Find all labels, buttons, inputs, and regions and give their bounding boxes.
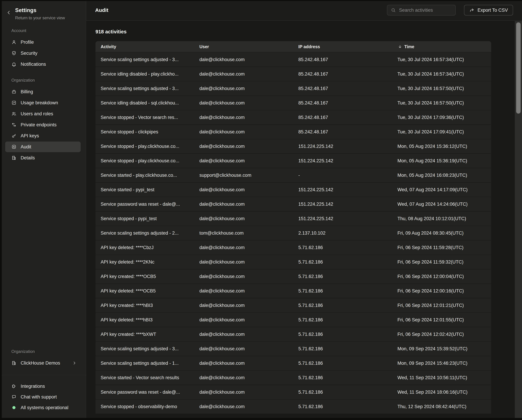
- sidebar-item-private-endpoints[interactable]: Private endpoints: [5, 119, 81, 130]
- cell-activity: API key deleted: ****hBI3: [95, 317, 194, 323]
- arrow-down-icon: [398, 44, 403, 49]
- sidebar-item-label: Audit: [21, 144, 31, 150]
- column-header-ip[interactable]: IP address: [293, 44, 392, 49]
- table-row: API key created: ****hBI3 dale@clickhous…: [95, 298, 491, 312]
- sidebar-subtitle[interactable]: Return to your service view: [15, 16, 65, 20]
- export-csv-button[interactable]: Export To CSV: [464, 5, 513, 16]
- cell-time: Mon, 09 Sep 2024 15:39:52(UTC): [392, 346, 491, 351]
- table-row: API key deleted: ****CbzJ dale@clickhous…: [95, 240, 491, 255]
- sidebar-item-security[interactable]: Security: [5, 48, 81, 59]
- table-header-row: Activity User IP address Time: [95, 41, 491, 52]
- search-input[interactable]: [399, 8, 452, 13]
- cell-activity: Service stopped - play.clickhouse.co...: [95, 144, 194, 149]
- sidebar-item-profile[interactable]: Profile: [5, 37, 81, 47]
- column-header-time[interactable]: Time: [392, 44, 491, 49]
- cell-activity: Service stopped - clickpipes: [95, 129, 194, 135]
- sidebar-item-users-and-roles[interactable]: Users and roles: [5, 109, 81, 119]
- cell-user: dale@clickhouse.com: [194, 216, 293, 221]
- cell-activity: Service stopped - play.clickhouse.co...: [95, 158, 194, 163]
- cell-user: dale@clickhouse.com: [194, 404, 293, 409]
- cell-user: dale@clickhouse.com: [194, 100, 293, 106]
- sidebar-item-clickhouse-demos[interactable]: ClickHouse Demos: [5, 358, 81, 368]
- cell-time: Tue, 30 Jul 2024 16:57:50(UTC): [392, 100, 491, 106]
- search-activities-box[interactable]: [387, 5, 456, 16]
- sidebar-item-usage-breakdown[interactable]: Usage breakdown: [5, 97, 81, 108]
- cell-activity: Service stopped - Vector search res...: [95, 115, 194, 120]
- sidebar-titles: Settings Return to your service view: [15, 7, 65, 20]
- cell-time: Wed, 07 Aug 2024 14:24:06(UTC): [392, 202, 491, 207]
- cell-user: dale@clickhouse.com: [194, 274, 293, 279]
- table-row: Service idling disabled - play.clickho..…: [95, 67, 491, 81]
- cell-activity: Service stopped - observability-demo: [95, 404, 194, 409]
- cell-ip-address: 85.242.48.167: [293, 71, 392, 77]
- sidebar-item-integrations[interactable]: Integrations: [5, 381, 81, 391]
- cell-ip-address: 5.71.62.186: [293, 361, 392, 366]
- back-button[interactable]: [6, 10, 12, 16]
- table-row: Service scaling settings adjusted - 2...…: [95, 226, 491, 240]
- table-row: Service idling disabled - sql.clickhou..…: [95, 95, 491, 110]
- cell-time: Mon, 09 Sep 2024 15:46:23(UTC): [392, 361, 491, 366]
- sidebar-item-chat-with-support[interactable]: Chat with support: [5, 392, 81, 402]
- cell-activity: Service idling disabled - play.clickho..…: [95, 71, 194, 77]
- cell-time: Fri, 06 Sep 2024 11:59:28(UTC): [392, 245, 491, 250]
- sidebar-title: Settings: [15, 7, 65, 13]
- cell-ip-address: 5.71.62.186: [293, 245, 392, 250]
- table-row: Service scaling settings adjusted - 3...…: [95, 341, 491, 356]
- cell-user: dale@clickhouse.com: [194, 144, 293, 149]
- wallet-icon: [11, 89, 16, 94]
- cell-activity: Service started - play.clickhouse.co...: [95, 173, 194, 178]
- table-row: Service password was reset - dale@... da…: [95, 197, 491, 211]
- cell-ip-address: 151.224.225.142: [293, 187, 392, 193]
- column-header-activity[interactable]: Activity: [95, 44, 194, 49]
- cell-time: Fri, 06 Sep 2024 12:01:55(UTC): [392, 317, 491, 323]
- cell-activity: Service password was reset - dale@...: [95, 202, 194, 207]
- export-csv-label: Export To CSV: [477, 8, 508, 13]
- sidebar-item-label: Integrations: [21, 384, 45, 389]
- sidebar-item-label: Usage breakdown: [21, 100, 58, 106]
- column-header-user[interactable]: User: [194, 44, 293, 49]
- sidebar-item-label: Profile: [21, 39, 34, 45]
- cell-ip-address: 5.71.62.186: [293, 332, 392, 337]
- window-edge-bottom: [0, 418, 522, 420]
- scrollbar-thumb[interactable]: [516, 22, 521, 114]
- cell-ip-address: 5.71.62.186: [293, 274, 392, 279]
- table-row: Service stopped - play.clickhouse.co... …: [95, 139, 491, 153]
- sidebar-item-details[interactable]: Details: [5, 153, 81, 163]
- cell-ip-address: 2.137.10.102: [293, 231, 392, 236]
- table-row: Service started - pypi_test dale@clickho…: [95, 182, 491, 197]
- sidebar-item-label: Chat with support: [21, 394, 57, 400]
- sidebar-item-api-keys[interactable]: API keys: [5, 131, 81, 141]
- cell-time: Thu, 12 Sep 2024 08:42:44(UTC): [392, 404, 491, 409]
- cell-user: dale@clickhouse.com: [194, 187, 293, 193]
- cell-time: Fri, 06 Sep 2024 12:02:42(UTC): [392, 332, 491, 337]
- building-icon: [11, 155, 16, 160]
- cell-ip-address: 85.242.48.167: [293, 115, 392, 120]
- cell-activity: Service scaling settings adjusted - 2...: [95, 231, 194, 236]
- cell-user: dale@clickhouse.com: [194, 259, 293, 265]
- cell-time: Wed, 11 Sep 2024 18:06:16(UTC): [392, 389, 491, 395]
- audit-content: 918 activities Activity User IP address …: [86, 21, 522, 420]
- system-status-row[interactable]: All systems operational: [5, 403, 81, 413]
- table-row: API key deleted: ****OCB5 dale@clickhous…: [95, 283, 491, 298]
- cell-user: dale@clickhouse.com: [194, 303, 293, 308]
- org-switcher-label: Organization: [0, 349, 86, 354]
- cell-user: dale@clickhouse.com: [194, 115, 293, 120]
- sidebar-item-billing[interactable]: Billing: [5, 86, 81, 97]
- cell-activity: API key created: ****bXWT: [95, 332, 194, 337]
- table-row: Service scaling settings adjusted - 3...…: [95, 52, 491, 67]
- status-label: All systems operational: [21, 405, 69, 410]
- sidebar-item-notifications[interactable]: Notifications: [5, 59, 81, 70]
- table-row: Service scaling settings adjusted - 1...…: [95, 356, 491, 370]
- window-edge-left: [0, 0, 2, 420]
- sidebar-item-audit[interactable]: Audit: [5, 141, 81, 152]
- cell-ip-address: 5.71.62.186: [293, 404, 392, 409]
- vertical-scrollbar[interactable]: [515, 21, 522, 420]
- sidebar-item-label: Billing: [21, 89, 33, 94]
- transfer-arrows-icon: [11, 122, 16, 127]
- cell-ip-address: 85.242.48.167: [293, 100, 392, 106]
- chat-bubble-icon: [11, 394, 16, 399]
- cell-time: Mon, 05 Aug 2024 15:36:19(UTC): [392, 158, 491, 163]
- cell-user: dale@clickhouse.com: [194, 129, 293, 135]
- shield-check-icon: [11, 51, 16, 56]
- cell-activity: Service started - Vector search results: [95, 375, 194, 381]
